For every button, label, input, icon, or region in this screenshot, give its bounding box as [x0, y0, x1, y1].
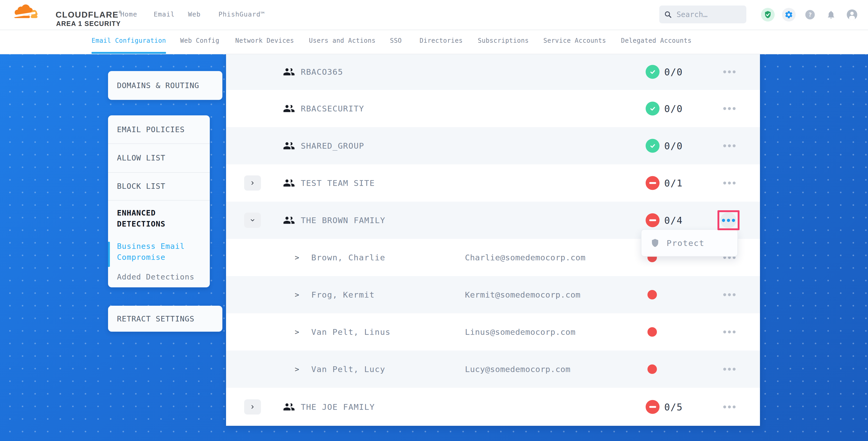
top-header: CLOUDFLARE® AREA 1 SECURITY HomeEmailWeb… — [0, 0, 868, 30]
row-menu-button-active[interactable] — [720, 212, 736, 228]
person-name: Frog, Kermit — [311, 290, 375, 300]
cloudflare-logo[interactable]: CLOUDFLARE® AREA 1 SECURITY — [13, 3, 107, 27]
person-name: Van Pelt, Lucy — [311, 365, 385, 374]
sidebar-item-label: BLOCK LIST — [117, 181, 165, 192]
person-email: Lucy@somedemocorp.com — [465, 365, 570, 374]
sidebar-item-domains-routing[interactable]: DOMAINS & ROUTING — [108, 71, 222, 100]
protected-count: 0/0 — [664, 103, 683, 114]
table-row: RBACSECURITY0/0 — [226, 90, 760, 127]
tab-web-config[interactable]: Web Config — [180, 37, 219, 44]
app-root: CLOUDFLARE® AREA 1 SECURITY HomeEmailWeb… — [0, 0, 868, 441]
tab-directories[interactable]: Directories — [420, 37, 463, 44]
sidebar-policies-card: EMAIL POLICIESALLOW LISTBLOCK LISTENHANC… — [108, 115, 210, 287]
status-blocked-badge — [646, 176, 659, 190]
tab-service-accounts[interactable]: Service Accounts — [544, 37, 606, 44]
user-avatar-icon[interactable] — [847, 9, 857, 20]
expand-group-button[interactable] — [244, 176, 261, 191]
expand-group-button[interactable] — [244, 399, 261, 414]
minus-glyph — [649, 406, 656, 408]
sidebar-item-block-list[interactable]: BLOCK LIST — [108, 172, 210, 200]
top-nav-web[interactable]: Web — [188, 10, 200, 18]
group-name: TEST TEAM SITE — [301, 178, 375, 188]
row-menu-button[interactable] — [723, 293, 736, 296]
table-row: >Frog, KermitKermit@somedemocorp.com — [226, 276, 760, 313]
group-name: THE JOE FAMILY — [301, 402, 375, 412]
row-menu-button[interactable] — [723, 70, 736, 73]
row-caret-icon[interactable]: > — [295, 365, 299, 374]
sidebar-item-retract-settings[interactable]: RETRACT SETTINGS — [108, 306, 222, 332]
brand-name: CLOUDFLARE® — [56, 10, 122, 20]
search-input[interactable] — [676, 10, 742, 19]
search-icon — [664, 10, 672, 18]
row-caret-icon[interactable]: > — [295, 253, 299, 262]
shield-check-icon[interactable] — [761, 8, 775, 22]
tab-sso[interactable]: SSO — [390, 37, 402, 44]
person-email: Charlie@somedemocorp.com — [465, 253, 586, 262]
help-icon[interactable]: ? — [805, 10, 815, 20]
person-email: Linus@somedemocorp.com — [465, 327, 576, 337]
shield-icon — [650, 238, 660, 248]
protect-menu-label: Protect — [666, 238, 705, 248]
active-item-indicator — [108, 242, 110, 267]
top-nav-phishguard-[interactable]: PhishGuard™ — [218, 10, 265, 18]
row-menu-button[interactable] — [723, 107, 736, 110]
tab-network-devices[interactable]: Network Devices — [235, 37, 294, 44]
row-caret-icon[interactable]: > — [295, 290, 299, 299]
row-menu-button[interactable] — [723, 145, 736, 147]
person-name: Brown, Charlie — [311, 253, 385, 262]
sidebar-item-label: EMAIL POLICIES — [117, 124, 185, 135]
status-blocked-badge — [646, 400, 659, 414]
tab-email-configuration[interactable]: Email Configuration — [92, 37, 166, 44]
minus-glyph — [649, 219, 656, 221]
group-name: THE BROWN FAMILY — [301, 216, 385, 225]
row-menu-button[interactable] — [723, 182, 736, 185]
protected-count: 0/0 — [664, 67, 683, 77]
table-row: SHARED_GROUP0/0 — [226, 127, 760, 164]
tab-users-and-actions[interactable]: Users and Actions — [309, 37, 375, 44]
row-menu-button[interactable] — [723, 368, 736, 371]
top-nav-email[interactable]: Email — [154, 10, 175, 18]
group-name: RBACO365 — [301, 67, 343, 76]
section-tabs: Email ConfigurationWeb ConfigNetwork Dev… — [0, 30, 868, 54]
group-icon — [283, 177, 295, 189]
sidebar-item-allow-list[interactable]: ALLOW LIST — [108, 144, 210, 172]
sidebar-item-added-detections[interactable]: Added Detections — [108, 266, 210, 287]
tab-subscriptions[interactable]: Subscriptions — [478, 37, 529, 44]
group-name: SHARED_GROUP — [301, 141, 364, 151]
status-blocked-badge — [646, 213, 659, 227]
person-name: Van Pelt, Linus — [311, 327, 391, 337]
person-email: Kermit@somedemocorp.com — [465, 290, 581, 300]
row-caret-icon[interactable]: > — [295, 328, 299, 336]
menu-item-protect[interactable]: Protect — [641, 229, 738, 257]
active-tab-underline — [92, 52, 166, 54]
row-menu-button[interactable] — [723, 405, 736, 408]
sidebar-item-label: Added Detections — [117, 271, 194, 282]
minus-glyph — [649, 182, 656, 184]
top-nav-home[interactable]: Home — [120, 10, 137, 18]
settings-gear-icon[interactable] — [782, 8, 796, 22]
brand-subtitle: AREA 1 SECURITY — [56, 20, 121, 28]
protected-count: 0/4 — [664, 215, 683, 226]
group-icon — [283, 102, 295, 115]
sidebar-retract-label: RETRACT SETTINGS — [117, 314, 194, 323]
group-icon — [283, 401, 295, 413]
table-row: THE JOE FAMILY0/5 — [226, 388, 760, 426]
sidebar-item-business-email-compromise[interactable]: Business Email Compromise — [108, 237, 210, 266]
status-alert-dot — [647, 327, 657, 337]
collapse-group-button[interactable] — [244, 213, 261, 228]
group-name: RBACSECURITY — [301, 104, 364, 113]
group-icon — [283, 66, 295, 78]
notifications-bell-icon[interactable] — [826, 10, 836, 20]
protected-count: 0/0 — [664, 140, 683, 151]
sidebar-item-email-policies[interactable]: EMAIL POLICIES — [108, 115, 210, 144]
table-row: >Van Pelt, LucyLucy@somedemocorp.com — [226, 351, 760, 388]
tab-delegated-accounts[interactable]: Delegated Accounts — [621, 37, 691, 44]
table-row: >Van Pelt, LinusLinus@somedemocorp.com — [226, 313, 760, 351]
table-row: TEST TEAM SITE0/1 — [226, 164, 760, 201]
status-ok-badge — [646, 102, 659, 116]
status-alert-dot — [647, 290, 657, 300]
row-menu-button[interactable] — [723, 330, 736, 334]
sidebar-item-enhanced-detections[interactable]: ENHANCED DETECTIONS — [108, 200, 210, 237]
protected-count: 0/5 — [664, 401, 683, 412]
group-icon — [283, 140, 295, 152]
